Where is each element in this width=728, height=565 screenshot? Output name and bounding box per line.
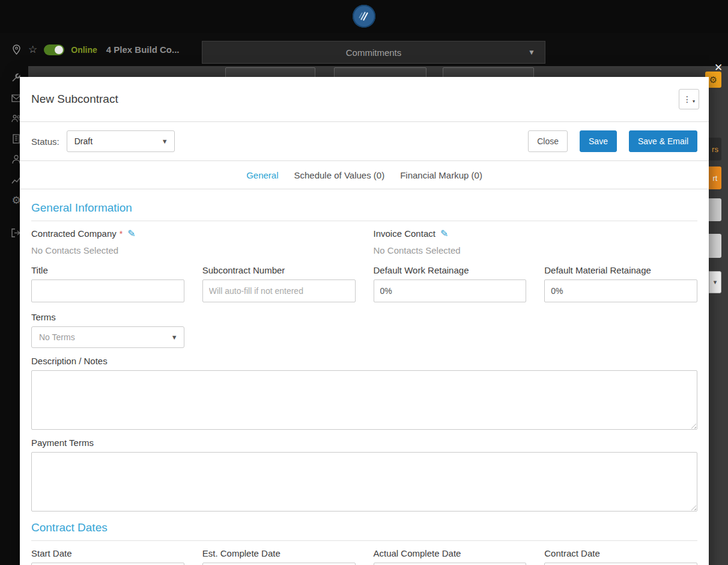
- partial-dropdown: ▾: [709, 271, 721, 293]
- invoice-contact-empty: No Contacts Selected: [374, 245, 698, 255]
- est-complete-date-input[interactable]: [202, 563, 356, 565]
- actual-complete-date-label: Actual Complete Date: [374, 548, 527, 559]
- tab-general[interactable]: General: [246, 170, 278, 180]
- chevron-down-icon: ▼: [528, 48, 535, 56]
- invoice-contact-block: Invoice Contact ✎ No Contacts Selected: [374, 228, 698, 255]
- new-subcontract-modal: New Subcontract ⋮ ▾ Status: Draft ▼ Clos…: [20, 77, 709, 565]
- project-header-left: ☆ Online 4 Plex Build Co...: [11, 33, 180, 66]
- status-select[interactable]: Draft ▼: [67, 130, 175, 152]
- description-label: Description / Notes: [31, 356, 108, 366]
- subcontract-number-input[interactable]: [202, 279, 356, 302]
- work-retainage-input[interactable]: [374, 279, 527, 302]
- kebab-icon: ⋮: [683, 95, 691, 103]
- status-select-value: Draft: [74, 136, 93, 146]
- app-logo-icon[interactable]: [353, 5, 375, 28]
- payment-terms-field: Payment Terms: [31, 438, 697, 512]
- material-retainage-label: Default Material Retainage: [544, 265, 697, 276]
- dates-row: Start Date Est. Complete Date Actual Com…: [31, 548, 697, 565]
- chevron-down-icon: ▼: [171, 334, 178, 341]
- contracted-company-label: Contracted Company: [31, 228, 117, 239]
- contracted-company-block: Contracted Company * ✎ No Contacts Selec…: [31, 228, 356, 255]
- payment-terms-label: Payment Terms: [31, 438, 94, 448]
- edit-pencil-icon[interactable]: ✎: [440, 229, 448, 239]
- top-bar: [0, 0, 728, 33]
- invoice-contact-label: Invoice Contact: [374, 228, 435, 239]
- tab-schedule-of-values[interactable]: Schedule of Values (0): [294, 170, 385, 180]
- est-complete-date-label: Est. Complete Date: [202, 548, 356, 559]
- payment-terms-textarea[interactable]: [31, 452, 697, 512]
- start-date-field: Start Date: [31, 548, 184, 565]
- title-input[interactable]: [31, 279, 184, 302]
- edit-pencil-icon[interactable]: ✎: [127, 229, 135, 239]
- commitments-dropdown[interactable]: Commitments ▼: [202, 41, 545, 64]
- location-pin-icon[interactable]: [11, 44, 22, 55]
- terms-select-value: No Terms: [39, 332, 75, 342]
- status-label: Status:: [31, 136, 59, 147]
- modal-title: New Subcontract: [31, 93, 118, 106]
- company-name[interactable]: 4 Plex Build Co...: [106, 44, 180, 55]
- contract-date-input[interactable]: [544, 563, 697, 565]
- project-header: ☆ Online 4 Plex Build Co... Commitments …: [0, 33, 728, 66]
- modal-header: New Subcontract ⋮ ▾: [20, 77, 709, 121]
- terms-row: Terms No Terms ▼: [31, 312, 697, 348]
- status-bar: Status: Draft ▼ Close Save Save & Email: [20, 121, 709, 160]
- actual-complete-date-input[interactable]: [374, 563, 527, 565]
- terms-field: Terms No Terms ▼: [31, 312, 184, 348]
- page: ☆ Online 4 Plex Build Co... Commitments …: [0, 0, 728, 565]
- online-status-label: Online: [71, 45, 97, 55]
- contacts-grid: Contracted Company * ✎ No Contacts Selec…: [31, 228, 697, 255]
- subcontract-number-field: Subcontract Number: [202, 265, 356, 302]
- terms-label: Terms: [31, 312, 184, 323]
- required-marker: *: [120, 229, 123, 239]
- modal-content: General Information Contracted Company *…: [20, 201, 709, 565]
- title-field: Title: [31, 265, 184, 302]
- favorite-star-icon[interactable]: ☆: [28, 44, 37, 55]
- partial-filters-button: rs: [709, 138, 721, 160]
- partial-export-button: rt: [709, 166, 721, 189]
- online-toggle[interactable]: [44, 44, 64, 55]
- commitments-dropdown-label: Commitments: [346, 47, 402, 58]
- tabs-bar: General Schedule of Values (0) Financial…: [20, 160, 709, 189]
- general-information-heading: General Information: [31, 201, 697, 221]
- description-field: Description / Notes: [31, 356, 697, 430]
- toggle-knob: [55, 46, 63, 54]
- save-button[interactable]: Save: [580, 130, 617, 152]
- work-retainage-label: Default Work Retainage: [374, 265, 527, 276]
- actual-complete-date-field: Actual Complete Date: [374, 548, 527, 565]
- close-button[interactable]: Close: [528, 130, 568, 152]
- description-textarea[interactable]: [31, 370, 697, 430]
- start-date-label: Start Date: [31, 548, 184, 559]
- material-retainage-field: Default Material Retainage: [544, 265, 697, 302]
- save-and-email-button[interactable]: Save & Email: [629, 130, 697, 152]
- title-label: Title: [31, 265, 184, 276]
- work-retainage-field: Default Work Retainage: [374, 265, 527, 302]
- contract-date-field: Contract Date: [544, 548, 697, 565]
- contract-dates-heading: Contract Dates: [31, 521, 697, 541]
- partial-button: [709, 198, 721, 221]
- partial-button: [709, 234, 721, 258]
- contracted-company-empty: No Contacts Selected: [31, 245, 356, 255]
- tab-financial-markup[interactable]: Financial Markup (0): [400, 170, 482, 180]
- chevron-down-icon: ▼: [162, 138, 168, 145]
- more-options-button[interactable]: ⋮ ▾: [679, 89, 699, 109]
- subcontract-number-label: Subcontract Number: [202, 265, 356, 276]
- terms-select[interactable]: No Terms ▼: [31, 326, 184, 348]
- fields-row: Title Subcontract Number Default Work Re…: [31, 265, 697, 302]
- start-date-input[interactable]: [31, 563, 184, 565]
- contract-date-label: Contract Date: [544, 548, 697, 559]
- material-retainage-input[interactable]: [544, 279, 697, 302]
- est-complete-date-field: Est. Complete Date: [202, 548, 356, 565]
- chevron-down-icon: ▾: [693, 99, 695, 104]
- gear-icon: ⚙: [709, 75, 717, 84]
